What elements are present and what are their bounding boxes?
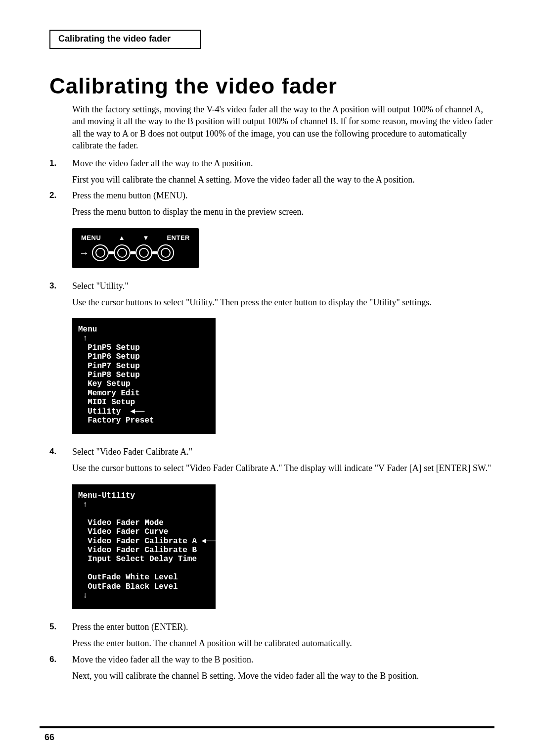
section-header: Calibrating the video fader bbox=[58, 34, 171, 44]
step-heading: Select "Video Fader Calibrate A." bbox=[72, 447, 494, 457]
arrow-right-icon: → bbox=[79, 248, 89, 258]
step-number: 3. bbox=[49, 281, 72, 291]
knob-connector-icon bbox=[109, 251, 114, 254]
step-number: 4. bbox=[49, 447, 72, 457]
step-heading: Press the enter button (ENTER). bbox=[72, 622, 494, 632]
screen2-line: Video Fader Curve bbox=[88, 527, 168, 536]
knob-enter bbox=[157, 244, 174, 261]
step-body: First you will calibrate the channel A s… bbox=[72, 174, 494, 186]
step-number: 5. bbox=[49, 622, 72, 632]
arrow-left-icon: ◄── bbox=[202, 537, 216, 546]
knob-menu bbox=[92, 244, 109, 261]
step-body: Press the enter button. The channel A po… bbox=[72, 637, 494, 649]
step-6: 6. Move the video fader all the way to t… bbox=[49, 655, 494, 682]
panel-label-menu: MENU bbox=[81, 234, 101, 241]
knob-connector-icon bbox=[152, 251, 157, 254]
knob-up bbox=[114, 244, 131, 261]
section-header-box: Calibrating the video fader bbox=[49, 30, 201, 49]
step-heading: Press the menu button (MENU). bbox=[72, 190, 494, 201]
screen1-line: PinP6 Setup bbox=[88, 352, 140, 361]
page-title: Calibrating the video fader bbox=[49, 74, 494, 98]
menu-screen-1: Menu ↑ PinP5 Setup PinP6 Setup PinP7 Set… bbox=[72, 318, 494, 434]
screen1-title: Menu bbox=[78, 325, 97, 334]
step-3: 3. Select "Utility." Use the cursor butt… bbox=[49, 281, 494, 308]
arrow-up-icon: ↑ bbox=[83, 334, 88, 343]
page-number: 66 bbox=[44, 732, 54, 743]
screen1-line: PinP7 Setup bbox=[88, 362, 140, 371]
step-1: 1. Move the video fader all the way to t… bbox=[49, 158, 494, 186]
intro-paragraph: With the factory settings, moving the V-… bbox=[72, 103, 494, 151]
step-5: 5. Press the enter button (ENTER). Press… bbox=[49, 622, 494, 649]
step-heading: Move the video fader all the way to the … bbox=[72, 655, 494, 665]
screen1-line: MIDI Setup bbox=[88, 398, 135, 407]
screen2-title: Menu-Utility bbox=[78, 491, 135, 500]
arrow-down-icon: ↓ bbox=[83, 591, 88, 600]
footer-rule: 66 bbox=[40, 726, 494, 731]
screen2-line: Input Select Delay Time bbox=[88, 555, 197, 564]
menu-button-panel: MENU ▲ ▼ ENTER → bbox=[72, 228, 494, 268]
step-2: 2. Press the menu button (MENU). Press t… bbox=[49, 190, 494, 218]
screen2-line: Video Fader Mode bbox=[88, 519, 164, 527]
step-body: Next, you will calibrate the channel B s… bbox=[72, 670, 494, 682]
step-4: 4. Select "Video Fader Calibrate A." Use… bbox=[49, 447, 494, 474]
panel-label-up-icon: ▲ bbox=[119, 234, 125, 241]
step-body: Press the menu button to display the men… bbox=[72, 206, 494, 218]
screen1-line: Memory Edit bbox=[88, 389, 140, 398]
panel-label-enter: ENTER bbox=[167, 234, 190, 241]
screen2-line: OutFade White Level bbox=[88, 573, 178, 582]
screen1-line: Key Setup bbox=[88, 379, 130, 388]
panel-label-down-icon: ▼ bbox=[143, 234, 149, 241]
screen1-line: PinP8 Setup bbox=[88, 371, 140, 379]
step-number: 6. bbox=[49, 655, 72, 665]
step-body: Use the cursor buttons to select "Utilit… bbox=[72, 296, 494, 308]
knob-connector-icon bbox=[131, 251, 135, 254]
screen2-line: Video Fader Calibrate B bbox=[88, 546, 197, 555]
screen2-line-calibrate-a: Video Fader Calibrate A bbox=[88, 537, 197, 546]
knob-down bbox=[135, 244, 152, 261]
arrow-left-icon: ◄── bbox=[131, 407, 145, 416]
arrow-up-icon: ↑ bbox=[83, 500, 88, 509]
step-body: Use the cursor buttons to select "Video … bbox=[72, 462, 494, 474]
step-number: 2. bbox=[49, 190, 72, 201]
screen1-line: PinP5 Setup bbox=[88, 343, 140, 352]
step-number: 1. bbox=[49, 158, 72, 169]
screen2-line: OutFade Black Level bbox=[88, 582, 178, 591]
step-heading: Move the video fader all the way to the … bbox=[72, 158, 494, 169]
menu-screen-2: Menu-Utility ↑ Video Fader Mode Video Fa… bbox=[72, 484, 494, 610]
screen1-line-utility: Utility bbox=[88, 407, 121, 416]
step-heading: Select "Utility." bbox=[72, 281, 494, 291]
screen1-line: Factory Preset bbox=[88, 416, 154, 425]
